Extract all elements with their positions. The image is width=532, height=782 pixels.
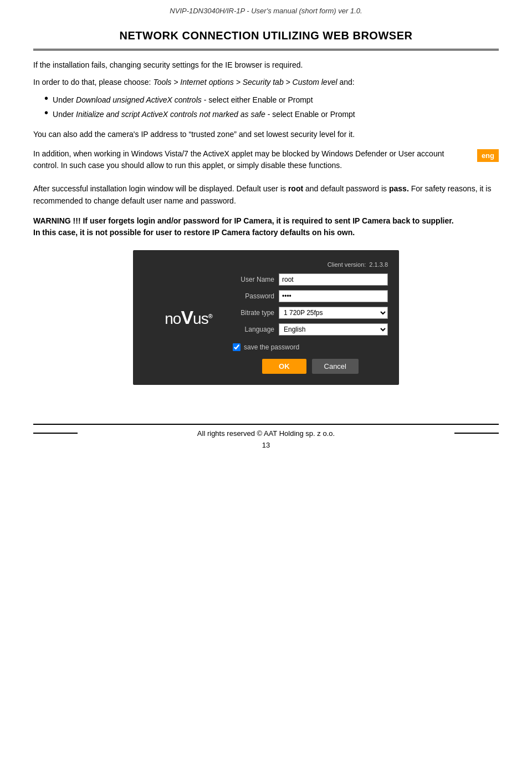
login-dialog-wrapper: noVus® Client version: 2.1.3.8 User Name	[33, 250, 499, 385]
bullet-text-1: Under Download unsigned ActiveX controls…	[53, 94, 313, 106]
username-input[interactable]	[279, 273, 388, 286]
client-version-row: Client version: 2.1.3.8	[233, 261, 388, 268]
language-select[interactable]: English	[279, 323, 388, 336]
novus-logo: noVus®	[165, 307, 212, 328]
trusted-zone-text: You can also add the camera's IP address…	[33, 129, 499, 140]
dialog-logo-section: noVus®	[144, 261, 233, 374]
bullet-dot-2: •	[44, 107, 48, 118]
warning-section: WARNING !!! If user forgets login and/or…	[33, 215, 499, 239]
save-password-checkbox[interactable]	[233, 343, 241, 351]
activex-text: In addition, when working in Windows Vis…	[33, 148, 472, 172]
client-version-label: Client version:	[328, 261, 366, 268]
ok-button[interactable]: OK	[262, 359, 306, 374]
bitrate-select[interactable]: 1 720P 25fps	[279, 307, 388, 319]
footer-text: All rights reserved © AAT Holding sp. z …	[197, 429, 335, 438]
password-label: Password	[233, 292, 274, 300]
page-footer: All rights reserved © AAT Holding sp. z …	[33, 424, 499, 438]
warning-label: WARNING !!!	[33, 216, 81, 225]
install-pass-bold: pass.	[389, 184, 409, 193]
page-number: 13	[0, 441, 532, 455]
divider	[33, 49, 499, 50]
bitrate-label: Bitrate type	[233, 309, 274, 317]
page-header: NVIP-1DN3040H/IR-1P - User's manual (sho…	[0, 0, 532, 18]
main-title: NETWORK CONNECTION UTILIZING WEB BROWSER	[33, 29, 499, 42]
activex-section: In addition, when working in Windows Vis…	[33, 148, 499, 172]
install-line1: After successful installation login wind…	[33, 183, 499, 207]
install-section: After successful installation login wind…	[33, 183, 499, 207]
form-row-language: Language English	[233, 323, 388, 336]
language-label: Language	[233, 326, 274, 333]
form-row-username: User Name	[233, 273, 388, 286]
username-label: User Name	[233, 276, 274, 283]
intro-line2: In order to do that, please choose: Tool…	[33, 77, 499, 88]
footer-line-right	[454, 433, 499, 434]
login-dialog: noVus® Client version: 2.1.3.8 User Name	[133, 250, 399, 385]
warning-line2: In this case, it is not possible for use…	[33, 228, 355, 237]
form-row-password: Password	[233, 290, 388, 302]
bullet-dot-1: •	[44, 93, 48, 104]
client-version-value: 2.1.3.8	[369, 261, 388, 268]
dialog-buttons: OK Cancel	[233, 359, 388, 374]
bullet-list: • Under Download unsigned ActiveX contro…	[44, 94, 499, 121]
password-input[interactable]	[279, 290, 388, 302]
eng-badge: eng	[477, 149, 499, 162]
cancel-button[interactable]: Cancel	[312, 359, 359, 374]
form-row-bitrate: Bitrate type 1 720P 25fps	[233, 307, 388, 319]
intro-line1: If the installation fails, changing secu…	[33, 59, 499, 71]
dialog-form-section: Client version: 2.1.3.8 User Name Passwo…	[233, 261, 388, 374]
bullet-item-2: • Under Initialize and script ActiveX co…	[44, 108, 499, 120]
warning-line1: If user forgets login and/or password fo…	[81, 216, 454, 225]
bullet-item-1: • Under Download unsigned ActiveX contro…	[44, 94, 499, 106]
bullet-text-2: Under Initialize and script ActiveX cont…	[53, 108, 355, 120]
warning-text: WARNING !!! If user forgets login and/or…	[33, 215, 499, 239]
save-password-label: save the password	[244, 343, 299, 351]
header-title: NVIP-1DN3040H/IR-1P - User's manual (sho…	[170, 7, 362, 15]
footer-line-left	[33, 433, 78, 434]
install-root-bold: root	[288, 184, 303, 193]
save-password-row: save the password	[233, 343, 388, 351]
